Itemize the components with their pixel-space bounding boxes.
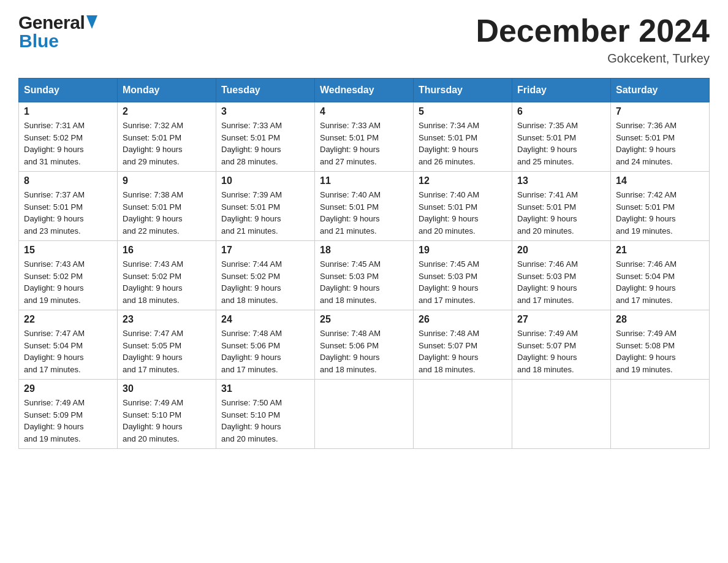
day-number: 7	[616, 106, 704, 117]
day-number: 8	[24, 175, 112, 186]
day-info: Sunrise: 7:48 AMSunset: 5:07 PMDaylight:…	[419, 327, 507, 375]
day-number: 17	[221, 245, 309, 256]
day-number: 14	[616, 175, 704, 186]
table-row: 23Sunrise: 7:47 AMSunset: 5:05 PMDayligh…	[118, 310, 216, 380]
day-number: 10	[221, 175, 309, 186]
day-info: Sunrise: 7:43 AMSunset: 5:02 PMDaylight:…	[123, 258, 211, 306]
calendar-week-row: 22Sunrise: 7:47 AMSunset: 5:04 PMDayligh…	[19, 310, 710, 380]
calendar-table: Sunday Monday Tuesday Wednesday Thursday…	[18, 78, 710, 449]
table-row: 3Sunrise: 7:33 AMSunset: 5:01 PMDaylight…	[216, 102, 315, 172]
day-info: Sunrise: 7:45 AMSunset: 5:03 PMDaylight:…	[320, 258, 408, 306]
table-row: 2Sunrise: 7:32 AMSunset: 5:01 PMDaylight…	[118, 102, 216, 172]
day-info: Sunrise: 7:33 AMSunset: 5:01 PMDaylight:…	[320, 120, 408, 167]
day-info: Sunrise: 7:32 AMSunset: 5:01 PMDaylight:…	[123, 120, 211, 167]
calendar-body: 1Sunrise: 7:31 AMSunset: 5:02 PMDaylight…	[19, 102, 710, 449]
day-info: Sunrise: 7:38 AMSunset: 5:01 PMDaylight:…	[123, 189, 211, 237]
table-row: 28Sunrise: 7:49 AMSunset: 5:08 PMDayligh…	[611, 310, 710, 380]
day-number: 12	[419, 175, 507, 186]
day-info: Sunrise: 7:47 AMSunset: 5:04 PMDaylight:…	[24, 327, 112, 375]
table-row: 31Sunrise: 7:50 AMSunset: 5:10 PMDayligh…	[216, 380, 315, 449]
day-number: 15	[24, 245, 112, 256]
col-wednesday: Wednesday	[315, 79, 414, 102]
logo: General Blue	[18, 12, 97, 52]
table-row: 10Sunrise: 7:39 AMSunset: 5:01 PMDayligh…	[216, 172, 315, 241]
col-tuesday: Tuesday	[216, 79, 315, 102]
day-info: Sunrise: 7:33 AMSunset: 5:01 PMDaylight:…	[221, 120, 309, 167]
day-number: 21	[616, 245, 704, 256]
table-row: 4Sunrise: 7:33 AMSunset: 5:01 PMDaylight…	[315, 102, 414, 172]
calendar-week-row: 8Sunrise: 7:37 AMSunset: 5:01 PMDaylight…	[19, 172, 710, 241]
day-info: Sunrise: 7:40 AMSunset: 5:01 PMDaylight:…	[320, 189, 408, 237]
logo-blue-text: Blue	[19, 31, 59, 52]
table-row: 12Sunrise: 7:40 AMSunset: 5:01 PMDayligh…	[414, 172, 512, 241]
table-row	[315, 380, 414, 449]
table-row: 11Sunrise: 7:40 AMSunset: 5:01 PMDayligh…	[315, 172, 414, 241]
day-number: 2	[123, 106, 211, 117]
day-info: Sunrise: 7:49 AMSunset: 5:08 PMDaylight:…	[616, 327, 704, 375]
col-saturday: Saturday	[611, 79, 710, 102]
day-info: Sunrise: 7:31 AMSunset: 5:02 PMDaylight:…	[24, 120, 112, 167]
calendar-week-row: 29Sunrise: 7:49 AMSunset: 5:09 PMDayligh…	[19, 380, 710, 449]
day-info: Sunrise: 7:47 AMSunset: 5:05 PMDaylight:…	[123, 327, 211, 375]
col-monday: Monday	[118, 79, 216, 102]
table-row: 7Sunrise: 7:36 AMSunset: 5:01 PMDaylight…	[611, 102, 710, 172]
day-number: 28	[616, 314, 704, 325]
day-info: Sunrise: 7:48 AMSunset: 5:06 PMDaylight:…	[320, 327, 408, 375]
page-header: General Blue December 2024 Gokcekent, Tu…	[18, 12, 710, 66]
day-info: Sunrise: 7:35 AMSunset: 5:01 PMDaylight:…	[517, 120, 605, 167]
table-row: 15Sunrise: 7:43 AMSunset: 5:02 PMDayligh…	[19, 241, 118, 310]
day-number: 20	[517, 245, 605, 256]
day-number: 24	[221, 314, 309, 325]
day-number: 27	[517, 314, 605, 325]
day-info: Sunrise: 7:44 AMSunset: 5:02 PMDaylight:…	[221, 258, 309, 306]
day-number: 19	[419, 245, 507, 256]
table-row: 24Sunrise: 7:48 AMSunset: 5:06 PMDayligh…	[216, 310, 315, 380]
day-number: 5	[419, 106, 507, 117]
table-row: 27Sunrise: 7:49 AMSunset: 5:07 PMDayligh…	[512, 310, 611, 380]
day-number: 13	[517, 175, 605, 186]
table-row: 14Sunrise: 7:42 AMSunset: 5:01 PMDayligh…	[611, 172, 710, 241]
day-info: Sunrise: 7:34 AMSunset: 5:01 PMDaylight:…	[419, 120, 507, 167]
table-row: 6Sunrise: 7:35 AMSunset: 5:01 PMDaylight…	[512, 102, 611, 172]
day-info: Sunrise: 7:45 AMSunset: 5:03 PMDaylight:…	[419, 258, 507, 306]
logo-arrow-icon	[86, 15, 97, 29]
calendar-week-row: 1Sunrise: 7:31 AMSunset: 5:02 PMDaylight…	[19, 102, 710, 172]
title-area: December 2024 Gokcekent, Turkey	[476, 12, 710, 66]
day-number: 22	[24, 314, 112, 325]
day-number: 26	[419, 314, 507, 325]
day-number: 4	[320, 106, 408, 117]
table-row	[512, 380, 611, 449]
day-info: Sunrise: 7:49 AMSunset: 5:07 PMDaylight:…	[517, 327, 605, 375]
table-row: 25Sunrise: 7:48 AMSunset: 5:06 PMDayligh…	[315, 310, 414, 380]
day-number: 29	[24, 383, 112, 394]
day-info: Sunrise: 7:41 AMSunset: 5:01 PMDaylight:…	[517, 189, 605, 237]
table-row: 16Sunrise: 7:43 AMSunset: 5:02 PMDayligh…	[118, 241, 216, 310]
day-info: Sunrise: 7:46 AMSunset: 5:03 PMDaylight:…	[517, 258, 605, 306]
day-number: 31	[221, 383, 309, 394]
table-row: 17Sunrise: 7:44 AMSunset: 5:02 PMDayligh…	[216, 241, 315, 310]
table-row: 1Sunrise: 7:31 AMSunset: 5:02 PMDaylight…	[19, 102, 118, 172]
table-row: 5Sunrise: 7:34 AMSunset: 5:01 PMDaylight…	[414, 102, 512, 172]
day-number: 3	[221, 106, 309, 117]
table-row: 13Sunrise: 7:41 AMSunset: 5:01 PMDayligh…	[512, 172, 611, 241]
day-number: 23	[123, 314, 211, 325]
table-row: 30Sunrise: 7:49 AMSunset: 5:10 PMDayligh…	[118, 380, 216, 449]
day-number: 11	[320, 175, 408, 186]
day-info: Sunrise: 7:37 AMSunset: 5:01 PMDaylight:…	[24, 189, 112, 237]
day-info: Sunrise: 7:48 AMSunset: 5:06 PMDaylight:…	[221, 327, 309, 375]
location: Gokcekent, Turkey	[476, 52, 710, 66]
table-row: 19Sunrise: 7:45 AMSunset: 5:03 PMDayligh…	[414, 241, 512, 310]
col-sunday: Sunday	[19, 79, 118, 102]
day-info: Sunrise: 7:39 AMSunset: 5:01 PMDaylight:…	[221, 189, 309, 237]
day-info: Sunrise: 7:40 AMSunset: 5:01 PMDaylight:…	[419, 189, 507, 237]
table-row: 22Sunrise: 7:47 AMSunset: 5:04 PMDayligh…	[19, 310, 118, 380]
svg-marker-0	[86, 15, 97, 29]
day-info: Sunrise: 7:36 AMSunset: 5:01 PMDaylight:…	[616, 120, 704, 167]
col-thursday: Thursday	[414, 79, 512, 102]
table-row: 18Sunrise: 7:45 AMSunset: 5:03 PMDayligh…	[315, 241, 414, 310]
calendar-week-row: 15Sunrise: 7:43 AMSunset: 5:02 PMDayligh…	[19, 241, 710, 310]
table-row: 8Sunrise: 7:37 AMSunset: 5:01 PMDaylight…	[19, 172, 118, 241]
table-row: 9Sunrise: 7:38 AMSunset: 5:01 PMDaylight…	[118, 172, 216, 241]
day-number: 25	[320, 314, 408, 325]
day-number: 16	[123, 245, 211, 256]
